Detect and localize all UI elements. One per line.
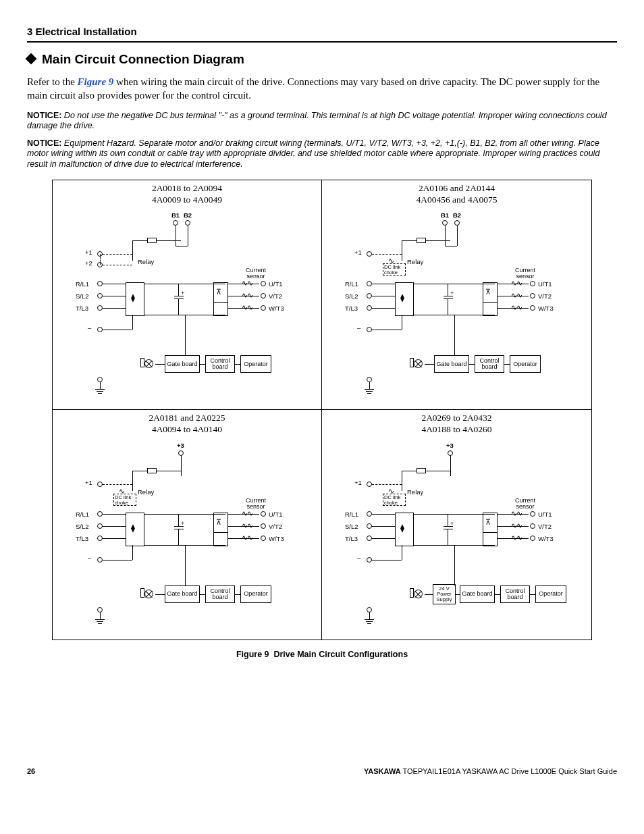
page-number: 26 <box>27 767 35 775</box>
control-board-block: Controlboard <box>500 585 530 603</box>
page-footer: 26 YASKAWA TOEPYAIL1E01A YASKAWA AC Driv… <box>27 767 617 775</box>
figure-link[interactable]: Figure 9 <box>78 76 114 87</box>
figure-grid: 2A0018 to 2A00944A0009 to 4A0049B1B2+1+2… <box>52 180 592 641</box>
gate-board-block: Gate board <box>165 585 200 603</box>
notice-label: NOTICE: <box>27 138 61 148</box>
operator-block: Operator <box>535 585 566 603</box>
figure-cell-2: 2A0181 and 2A02254A0094 to 4A0140+3+1∿DC… <box>53 410 322 640</box>
intro-paragraph: Refer to the Figure 9 when wiring the ma… <box>27 75 617 103</box>
operator-block: Operator <box>240 355 271 373</box>
circuit-diagram: B1B2+1∿DC linkchokeRelay⧫+⊼Currentsensor… <box>327 208 586 397</box>
notice-1: NOTICE: Do not use the negative DC bus t… <box>27 111 617 132</box>
circuit-diagram: +3+1∿DC linkchokeRelay⧫+⊼Currentsensor∿∿… <box>327 438 586 627</box>
gate-board-block: Gate board <box>434 355 469 373</box>
section-number-title: 3 Electrical Installation <box>27 26 137 37</box>
fan-icon <box>412 358 425 370</box>
power-supply-block: 24 VPowerSupply <box>433 584 456 604</box>
notice-text: Do not use the negative DC bus terminal … <box>27 111 607 131</box>
control-board-block: Controlboard <box>475 355 504 373</box>
notice-label: NOTICE: <box>27 111 61 120</box>
figure-row: 2A0181 and 2A02254A0094 to 4A0140+3+1∿DC… <box>53 410 591 640</box>
control-board-block: Controlboard <box>205 585 235 603</box>
diamond-icon <box>26 53 37 65</box>
page-heading: Main Circuit Connection Diagram <box>27 52 617 67</box>
model-range: 2A0181 and 2A02254A0094 to 4A0140 <box>58 413 316 436</box>
heading-text: Main Circuit Connection Diagram <box>42 52 244 66</box>
gate-board-block: Gate board <box>165 355 200 373</box>
caption-label: Figure 9 <box>236 650 269 659</box>
figure-cell-0: 2A0018 to 2A00944A0009 to 4A0049B1B2+1+2… <box>53 180 322 411</box>
operator-block: Operator <box>240 585 271 603</box>
figure-row: 2A0018 to 2A00944A0009 to 4A0049B1B2+1+2… <box>53 180 591 411</box>
figure-cell-1: 2A0106 and 2A01444A00456 and 4A0075B1B2+… <box>322 180 591 411</box>
section-header: 3 Electrical Installation <box>27 26 617 43</box>
circuit-diagram: +3+1∿DC linkchokeRelay⧫+⊼Currentsensor∿∿… <box>58 438 316 627</box>
gate-board-block: Gate board <box>460 585 495 603</box>
intro-pre: Refer to the <box>27 76 78 87</box>
fan-icon <box>143 588 155 600</box>
model-range: 2A0106 and 2A01444A00456 and 4A0075 <box>327 183 586 206</box>
circuit-diagram: B1B2+1+2Relay⧫+⊼Currentsensor∿∿U/T1∿∿V/T… <box>58 208 316 397</box>
model-range: 2A0269 to 2A04324A0188 to 4A0260 <box>327 413 586 436</box>
fan-icon <box>143 358 155 370</box>
intro-post: when wiring the main circuit of the driv… <box>27 76 599 101</box>
notice-text: Equipment Hazard. Separate motor and/or … <box>27 138 599 169</box>
caption-text: Drive Main Circuit Configurations <box>273 650 408 659</box>
fan-icon <box>412 588 425 600</box>
footer-doc: TOEPYAIL1E01A YASKAWA AC Drive L1000E Qu… <box>401 767 617 775</box>
operator-block: Operator <box>510 355 541 373</box>
model-range: 2A0018 to 2A00944A0009 to 4A0049 <box>58 183 316 206</box>
figure-caption: Figure 9 Drive Main Circuit Configuratio… <box>27 650 617 659</box>
notice-2: NOTICE: Equipment Hazard. Separate motor… <box>27 138 617 170</box>
figure-cell-3: 2A0269 to 2A04324A0188 to 4A0260+3+1∿DC … <box>322 410 591 640</box>
footer-brand: YASKAWA <box>364 767 401 775</box>
control-board-block: Controlboard <box>205 355 235 373</box>
